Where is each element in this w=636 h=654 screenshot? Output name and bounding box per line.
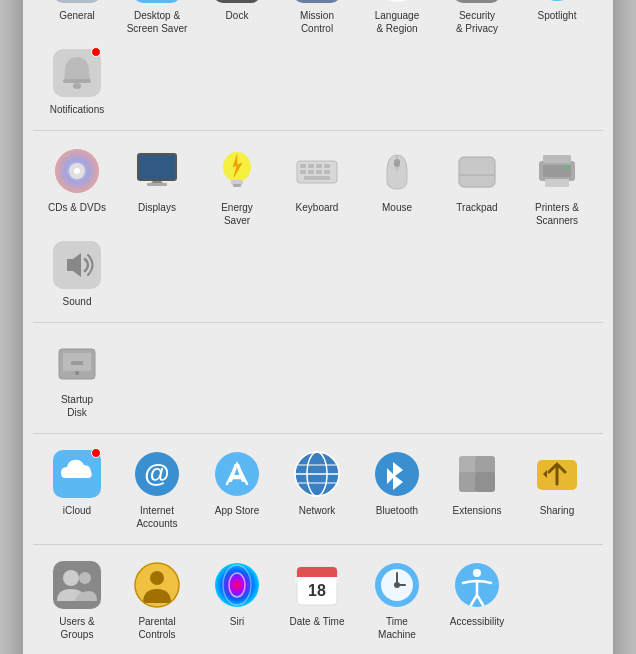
svg-rect-42 (233, 184, 241, 187)
internet-accounts-label: InternetAccounts (136, 504, 177, 530)
icloud-label: iCloud (63, 504, 91, 517)
extensions-label: Extensions (453, 504, 502, 517)
svg-rect-85 (53, 561, 101, 609)
pref-app-store[interactable]: A App Store (197, 442, 277, 536)
section-system: Users &Groups ParentalControls (33, 545, 603, 654)
language-icon (373, 0, 421, 3)
dock-icon (213, 0, 261, 3)
extensions-icon (453, 450, 501, 498)
pref-desktop[interactable]: Desktop &Screen Saver (117, 0, 197, 41)
accessibility-label: Accessibility (450, 615, 504, 628)
pref-dock[interactable]: Dock (197, 0, 277, 41)
pref-energy-saver[interactable]: EnergySaver (197, 139, 277, 233)
language-label: Language& Region (375, 9, 420, 35)
svg-point-61 (565, 165, 569, 169)
svg-point-89 (150, 571, 164, 585)
svg-rect-9 (213, 0, 261, 3)
pref-extensions[interactable]: Extensions (437, 442, 517, 536)
pref-internet-accounts[interactable]: @ InternetAccounts (117, 442, 197, 536)
pref-general[interactable]: General (37, 0, 117, 41)
svg-rect-60 (545, 179, 569, 187)
svg-point-91 (215, 563, 259, 607)
pref-mouse[interactable]: Mouse (357, 139, 437, 233)
pref-security[interactable]: Security& Privacy (437, 0, 517, 41)
svg-rect-59 (543, 155, 571, 163)
pref-sound[interactable]: Sound (37, 233, 117, 314)
section-hardware: CDs & DVDs Displays (33, 131, 603, 323)
parental-controls-icon (133, 561, 181, 609)
siri-icon (213, 561, 261, 609)
svg-point-103 (394, 582, 400, 588)
desktop-label: Desktop &Screen Saver (127, 9, 188, 35)
desktop-icon (133, 0, 181, 3)
notification-badge (91, 47, 101, 57)
mouse-label: Mouse (382, 201, 412, 214)
pref-language[interactable]: Language& Region (357, 0, 437, 41)
pref-startup-disk[interactable]: StartupDisk (37, 331, 117, 425)
svg-rect-54 (394, 159, 400, 167)
users-groups-icon (53, 561, 101, 609)
svg-text:18: 18 (308, 582, 326, 599)
svg-rect-5 (133, 0, 181, 3)
svg-point-87 (79, 572, 91, 584)
sharing-icon (533, 450, 581, 498)
svg-rect-0 (53, 0, 101, 3)
energy-saver-label: EnergySaver (221, 201, 253, 227)
pref-bluetooth[interactable]: Bluetooth (357, 442, 437, 536)
svg-text:DATE & TIME: DATE & TIME (295, 577, 340, 584)
notifications-label: Notifications (50, 103, 104, 116)
svg-rect-55 (459, 157, 495, 187)
pref-sharing[interactable]: Sharing (517, 442, 597, 536)
pref-cds-dvds[interactable]: CDs & DVDs (37, 139, 117, 233)
displays-icon (133, 147, 181, 195)
pref-mission-control[interactable]: MissionControl (277, 0, 357, 41)
svg-text:@: @ (144, 458, 169, 488)
trackpad-icon (453, 147, 501, 195)
pref-notifications[interactable]: Notifications (37, 41, 117, 122)
users-groups-label: Users &Groups (59, 615, 95, 641)
svg-rect-50 (316, 170, 322, 174)
pref-parental-controls[interactable]: ParentalControls (117, 553, 197, 647)
date-time-label: Date & Time (289, 615, 344, 628)
pref-time-machine[interactable]: TimeMachine (357, 553, 437, 647)
svg-rect-45 (308, 164, 314, 168)
security-label: Security& Privacy (456, 9, 498, 35)
pref-accessibility[interactable]: Accessibility (437, 553, 517, 647)
svg-rect-46 (316, 164, 322, 168)
svg-rect-48 (300, 170, 306, 174)
bluetooth-label: Bluetooth (376, 504, 418, 517)
mission-control-icon (293, 0, 341, 3)
trackpad-label: Trackpad (456, 201, 497, 214)
time-machine-label: TimeMachine (378, 615, 416, 641)
pref-users-groups[interactable]: Users &Groups (37, 553, 117, 647)
pref-spotlight[interactable]: Spotlight (517, 0, 597, 41)
dock-label: Dock (226, 9, 249, 22)
sound-icon (53, 241, 101, 289)
section-personal: General Desktop &Screen Saver (33, 0, 603, 131)
svg-rect-39 (147, 183, 167, 186)
pref-trackpad[interactable]: Trackpad (437, 139, 517, 233)
pref-date-time[interactable]: 18 DATE & TIME Date & Time (277, 553, 357, 647)
svg-rect-14 (293, 0, 341, 3)
svg-point-86 (63, 570, 79, 586)
pref-network[interactable]: Network (277, 442, 357, 536)
svg-rect-83 (475, 472, 495, 492)
pref-displays[interactable]: Displays (117, 139, 197, 233)
mission-control-label: MissionControl (300, 9, 334, 35)
cds-dvds-icon (53, 147, 101, 195)
energy-saver-icon (213, 147, 261, 195)
parental-controls-label: ParentalControls (138, 615, 175, 641)
internet-accounts-icon: @ (133, 450, 181, 498)
pref-siri[interactable]: Siri (197, 553, 277, 647)
printers-label: Printers &Scanners (535, 201, 579, 227)
general-icon (53, 0, 101, 3)
sharing-label: Sharing (540, 504, 574, 517)
pref-icloud[interactable]: iCloud (37, 442, 117, 536)
siri-label: Siri (230, 615, 244, 628)
displays-label: Displays (138, 201, 176, 214)
pref-keyboard[interactable]: Keyboard (277, 139, 357, 233)
mouse-icon (373, 147, 421, 195)
app-store-label: App Store (215, 504, 259, 517)
cds-dvds-label: CDs & DVDs (48, 201, 106, 214)
pref-printers[interactable]: Printers &Scanners (517, 139, 597, 233)
